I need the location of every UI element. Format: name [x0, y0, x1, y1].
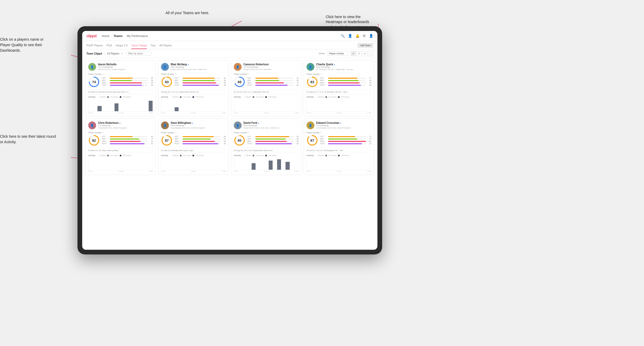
- add-team-button[interactable]: Add Team: [357, 43, 373, 48]
- player-name[interactable]: Aaron Nicholls: [98, 63, 153, 66]
- tab-team-clippd[interactable]: Team Clippd: [131, 44, 147, 49]
- stat-arg-bar: [328, 141, 366, 142]
- sort-btn[interactable]: ↕: [368, 51, 373, 56]
- player-card[interactable]: 👤 Chris Robertson ● 1-5 Handicap Craigmi…: [85, 119, 156, 175]
- x-label-end: 4 Sep: [222, 112, 226, 114]
- latest-round[interactable]: 26 Aug 23 | 84 (+12), Royal North Devon …: [234, 148, 299, 153]
- latest-round[interactable]: 02 Jul 23 | 59 (+17), Craigmillar Park G…: [234, 89, 299, 94]
- latest-round[interactable]: 02 Sep 23 | Sunset round to get back int…: [88, 89, 153, 94]
- player-name[interactable]: Cameron Robertson: [243, 63, 299, 66]
- stat-app-label: APP: [320, 138, 327, 140]
- show-select[interactable]: Player Activity: [327, 51, 349, 56]
- tab-pgat[interactable]: PGAT Players: [86, 44, 103, 49]
- player-card[interactable]: 👤 David Ford ● Plus Handicap Royal North…: [231, 119, 302, 175]
- filter-btn[interactable]: ▼: [362, 51, 367, 56]
- activity-period[interactable]: 1 Month: [245, 96, 251, 98]
- player-card[interactable]: 👤 Edward Crossman ● 1-5 Handicap Sunning…: [304, 119, 374, 175]
- quality-circle[interactable]: 83: [307, 76, 318, 88]
- activity-period[interactable]: 1 Month: [99, 96, 106, 98]
- latest-round[interactable]: 26 Aug 23 | 73 (+1), Royal North Devon G…: [161, 89, 226, 94]
- player-card[interactable]: 👤 Cameron Robertson 11-15 Handicap Royal…: [231, 60, 302, 116]
- off-course-label: Off course: [196, 155, 204, 156]
- stat-ott-label: OTT: [175, 136, 181, 137]
- player-name[interactable]: David Ford ●: [243, 121, 299, 124]
- bell-icon[interactable]: 🔔: [355, 34, 360, 38]
- search-icon[interactable]: 🔍: [341, 34, 345, 38]
- quality-section: 87 OTT 82 APP 74 ARG 85: [161, 135, 226, 146]
- player-name[interactable]: Chris Robertson ●: [98, 121, 153, 124]
- quality-section: 87 OTT 73 APP 79 ARG 103: [307, 135, 371, 146]
- activity-title: Activity: [88, 96, 95, 98]
- grid-view-btn[interactable]: ⊞: [351, 51, 356, 56]
- quality-label: Player Quality ⓘ: [88, 73, 153, 76]
- stat-ott: OTT 84: [175, 77, 226, 79]
- quality-label: Player Quality ⓘ: [307, 73, 371, 76]
- nav-teams[interactable]: Teams: [114, 34, 123, 38]
- nav-bar: clippd Home Teams My Performance 🔍 👤 🔔 ⚙…: [82, 31, 377, 41]
- activity-period[interactable]: 1 Month: [245, 155, 251, 156]
- off-course-label: Off course: [268, 155, 276, 156]
- on-course-dot: [107, 96, 109, 98]
- chart-bars: [89, 157, 153, 170]
- quality-circle[interactable]: 93: [161, 76, 173, 88]
- off-course-label: Off course: [341, 155, 349, 156]
- quality-circle[interactable]: 87: [161, 135, 173, 146]
- activity-period[interactable]: 1 Month: [99, 155, 106, 156]
- activity-chart: [88, 157, 153, 170]
- player-card[interactable]: 👤 Aaron Nicholls 11-15 Handicap Drift Go…: [85, 60, 156, 116]
- latest-round-arrow: →: [369, 149, 371, 152]
- activity-chart: [88, 99, 153, 111]
- activity-period[interactable]: 1 Month: [317, 96, 324, 98]
- tab-pga[interactable]: PGA: [106, 44, 112, 49]
- on-course-dot: [325, 96, 327, 98]
- stat-ott-bar: [255, 136, 293, 137]
- activity-period[interactable]: 1 Month: [172, 96, 178, 98]
- stat-arg: ARG 84: [102, 82, 153, 84]
- latest-round[interactable]: 04 Sep 23 | Mobility with coach, Gym →: [161, 148, 226, 153]
- player-card[interactable]: 👤 Blair McHarg ● Plus Handicap Royal Nor…: [158, 60, 229, 116]
- player-card[interactable]: 👤 Dave Billingham ● Plus Handicap Sag Ma…: [158, 119, 229, 175]
- stat-arg-bar: [183, 141, 221, 142]
- quality-circle[interactable]: 74: [88, 76, 100, 88]
- player-card-header: 👤 Chris Robertson ● 1-5 Handicap Craigmi…: [88, 121, 153, 129]
- player-name[interactable]: Blair McHarg ●: [171, 63, 226, 66]
- latest-round[interactable]: 07 Aug 23 | 77 (+7), St George's Hill GC…: [307, 89, 371, 94]
- activity-period[interactable]: 1 Month: [317, 155, 324, 156]
- player-name[interactable]: Charlie Quick ●: [316, 63, 371, 66]
- stat-ott-val: 61: [294, 77, 299, 79]
- settings-icon[interactable]: ⚙: [363, 34, 366, 38]
- tab-tour[interactable]: Tour: [150, 44, 155, 49]
- latest-round[interactable]: 18 Jul 23 | 74 (+4), Sunningdale GC - Ol…: [307, 148, 371, 153]
- player-card[interactable]: 👤 Charlie Quick ● 6-10 Handicap St. Geor…: [304, 60, 374, 116]
- filter-input[interactable]: [126, 51, 152, 56]
- tab-all-players[interactable]: All Players: [159, 44, 172, 49]
- user-icon[interactable]: 👤: [348, 34, 352, 38]
- quality-circle[interactable]: 82: [88, 135, 100, 146]
- quality-circle[interactable]: 85: [234, 135, 245, 146]
- tab-hcaps[interactable]: Hcaps 1-5: [116, 44, 128, 49]
- x-label-start: 31 Jul: [88, 171, 92, 172]
- stat-ott-bar: [183, 136, 221, 137]
- player-name[interactable]: Dave Billingham ●: [171, 121, 226, 124]
- stat-putt: PUTT 96: [247, 143, 299, 145]
- chart-bars: [234, 157, 299, 170]
- show-label: Show:: [319, 52, 325, 55]
- x-label-end: 4 Sep: [149, 171, 153, 172]
- avatar-icon[interactable]: 👤: [369, 34, 373, 38]
- quality-circle[interactable]: 68: [234, 76, 245, 88]
- quality-number: 68: [238, 80, 241, 84]
- nav-performance[interactable]: My Performance: [127, 34, 148, 38]
- x-label-start: 31 Jul: [234, 171, 238, 172]
- latest-round[interactable]: 03 Mar 23 | 19, Must make putting →: [88, 148, 153, 153]
- player-handicap: 1-5 Handicap: [98, 124, 153, 127]
- edit-icon[interactable]: ✏: [121, 52, 123, 55]
- list-view-btn[interactable]: ☰: [356, 51, 362, 56]
- quality-circle[interactable]: 87: [307, 135, 318, 146]
- off-course-dot: [120, 155, 121, 156]
- off-course-label: Off course: [123, 155, 131, 156]
- nav-home[interactable]: Home: [102, 34, 109, 38]
- stat-putt-label: PUTT: [247, 143, 254, 145]
- player-name[interactable]: Edward Crossman ●: [316, 121, 371, 124]
- stat-arg: ARG 85: [175, 140, 226, 142]
- activity-period[interactable]: 1 Month: [172, 155, 178, 156]
